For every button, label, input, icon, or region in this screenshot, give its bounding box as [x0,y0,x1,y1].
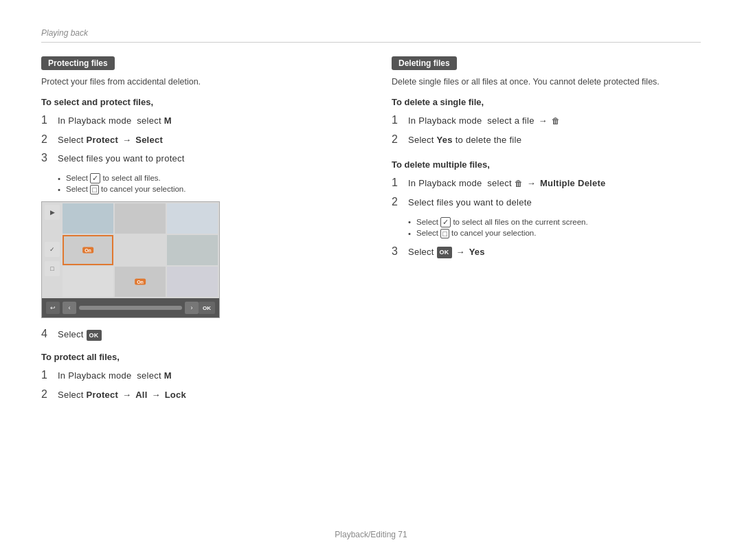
delete-multiple-title: To delete multiple files, [392,159,701,170]
camera-ui-mockup: ▶ ✓ □ On On [41,201,220,318]
bullet-item: Select □ to cancel your selection. [408,229,701,238]
camera-sidebar: ▶ ✓ □ [43,203,61,297]
step-item: 1 In Playback mode select 🗑 → Multiple D… [392,175,701,191]
step-text-r2: Select Yes to delete the file [408,133,521,148]
step-item: 2 Select Protect → All → Lock [41,387,350,403]
page-header: Playing back [41,27,701,43]
page-header-title: Playing back [41,28,88,38]
cam-ok-btn: OK [199,302,215,314]
step-number-3: 3 [41,150,54,166]
camera-main-grid: On On [63,203,218,297]
grid-cell [115,203,166,234]
step-item: 1 In Playback mode select a file → 🗑 [392,113,701,128]
camera-toolbar: ↩ ‹ › OK [42,298,219,317]
step-number-1: 1 [41,113,54,128]
deleting-files-desc: Delete single files or all files at once… [392,76,701,89]
step-text-3: Select files you want to protect [58,152,185,166]
bullet-icon-check: Select ✓ to select all files. [66,173,161,183]
grid-cell [115,235,166,265]
step-number-2: 2 [41,132,54,147]
bullet-icon-check2: Select ✓ to select all files on the curr… [416,217,588,227]
cam-next-btn: › [185,302,199,314]
cam-progress-bar [79,306,182,310]
step-number-r1: 1 [392,113,404,128]
step-item: 2 Select Protect → Select [41,132,350,148]
bullet-item: Select ✓ to select all files on the curr… [408,217,701,227]
step-text-2: Select Protect → Select [58,133,163,148]
delete-single-title: To delete a single file, [392,97,701,107]
camera-toolbar-left: ↩ ‹ [46,302,76,314]
protect-all-steps: 1 In Playback mode select M 2 Select Pro… [41,368,350,403]
protect-bullets: Select ✓ to select all files. Select □ t… [58,173,350,194]
step-number-2b: 2 [41,387,54,402]
protecting-files-desc: Protect your files from accidental delet… [41,76,350,89]
column-right: Deleting files Delete single files or al… [392,56,701,410]
grid-cell [167,267,218,297]
grid-cell [63,203,113,234]
page-footer: Playback/Editing 71 [0,530,742,539]
step-4-item: 4 Select OK [41,326,350,342]
step-text-r4: Select files you want to delete [408,196,532,210]
grid-cell [167,203,218,234]
protect-all-title: To protect all files, [41,352,350,362]
cam-check-icon: ✓ [45,242,60,257]
deleting-files-badge: Deleting files [392,56,457,70]
step-text-1b: In Playback mode select M [58,369,172,383]
bullet-item: Select □ to cancel your selection. [58,185,350,194]
cam-deselect-icon: □ [45,261,60,276]
step-item: 3 Select files you want to protect [41,150,350,166]
step-item: 1 In Playback mode select M [41,113,350,128]
step-text-1: In Playback mode select M [58,114,172,128]
step-number-r5: 3 [392,244,404,259]
delete-single-steps: 1 In Playback mode select a file → 🗑 2 S… [392,113,701,148]
select-protect-title: To select and protect files, [41,97,350,107]
step-number-r3: 1 [392,175,404,190]
trash-icon-2: 🗑 [515,177,523,190]
step-item: 2 Select Yes to delete the file [392,132,701,148]
bullet-item: Select ✓ to select all files. [58,173,350,183]
step-item: 2 Select files you want to delete [392,194,701,210]
ok-icon: OK [87,330,102,341]
step-text-r1: In Playback mode select a file → 🗑 [408,114,560,128]
cam-prev-btn: ‹ [63,302,76,314]
grid-cell [63,267,113,297]
bullet-icon-deselect: Select □ to cancel your selection. [66,185,186,194]
step-number-r4: 2 [392,194,404,210]
step-text-4: Select OK [58,328,102,342]
step-number-r2: 2 [392,132,404,147]
protecting-files-badge: Protecting files [41,56,115,70]
delete-bullets: Select ✓ to select all files on the curr… [408,217,701,238]
step-text-r5: Select OK → Yes [408,245,485,260]
on-badge: On [82,247,93,254]
cam-back-btn: ↩ [46,302,60,314]
two-column-layout: Protecting files Protect your files from… [41,56,701,410]
grid-cell-selected: On [63,235,113,265]
select-protect-steps: 1 In Playback mode select M 2 Select Pro… [41,113,350,166]
page-container: Playing back Protecting files Protect yo… [0,0,742,560]
step-text-r3: In Playback mode select 🗑 → Multiple Del… [408,177,606,191]
grid-cell: On [115,267,166,297]
trash-icon: 🗑 [552,115,560,128]
grid-cell [167,235,218,265]
footer-text: Playback/Editing 71 [335,530,407,539]
bullet-icon-deselect2: Select □ to cancel your selection. [416,229,536,238]
step-text-2b: Select Protect → All → Lock [58,388,186,403]
step-3-right-item: 3 Select OK → Yes [392,244,701,260]
on-badge: On [135,279,146,285]
ok-icon-2: OK [437,247,452,258]
step-number-4: 4 [41,326,54,341]
delete-multiple-steps: 1 In Playback mode select 🗑 → Multiple D… [392,175,701,210]
step-number-1b: 1 [41,368,54,383]
cam-play-icon: ▶ [45,205,60,220]
step-item: 1 In Playback mode select M [41,368,350,383]
column-left: Protecting files Protect your files from… [41,56,350,410]
